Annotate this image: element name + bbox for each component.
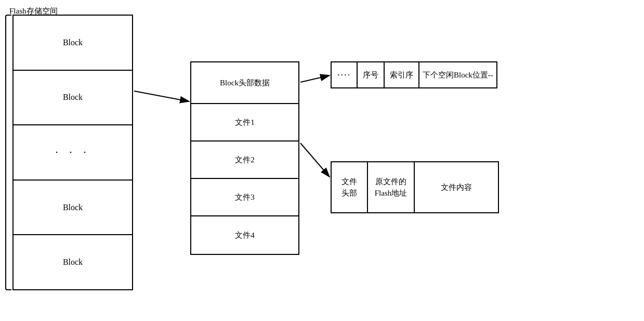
rb-file-header: 文件 头部 [332, 162, 368, 212]
block-cell-1: Block [14, 16, 132, 71]
rb-file-content: 文件内容 [415, 162, 498, 212]
block-cell-2: Block [14, 71, 132, 126]
arrow-header-to-right-top [300, 75, 330, 82]
middle-header-cell: Block头部数据 [191, 62, 298, 104]
rb-flash-addr-line1: 原文件的 [375, 176, 406, 188]
middle-file2-cell: 文件2 [191, 142, 298, 179]
rb-file-header-line2: 头部 [341, 187, 357, 199]
flash-brace [5, 15, 11, 290]
right-bottom-file-detail: 文件 头部 原文件的 Flash地址 文件内容 [331, 161, 499, 213]
left-column: Block Block · · · Block Block [12, 15, 133, 290]
dots-cell: · · · [14, 125, 132, 181]
diagram-container: Flash存储空间 Block Block · · · Block Block … [0, 0, 644, 321]
rt-next-block: 下个空闲Block位置-- [419, 62, 496, 87]
rb-flash-addr-line2: Flash地址 [375, 187, 408, 199]
middle-file3-cell: 文件3 [191, 179, 298, 216]
middle-column: Block头部数据 文件1 文件2 文件3 文件4 [190, 61, 299, 255]
rt-ellipsis: ···· [332, 62, 358, 87]
arrow-left-to-middle [134, 91, 189, 101]
rb-file-header-line1: 文件 [341, 176, 357, 188]
rt-serial: 序号 [358, 62, 385, 87]
arrow-file1-to-right-bottom [300, 143, 330, 177]
block-cell-5: Block [14, 235, 132, 289]
middle-file1-cell: 文件1 [191, 104, 298, 142]
right-top-block-header: ···· 序号 索引序 下个空闲Block位置-- [331, 61, 497, 88]
middle-file4-cell: 文件4 [191, 216, 298, 254]
rt-index: 索引序 [385, 62, 419, 87]
block-cell-4: Block [14, 181, 132, 236]
rb-flash-addr: 原文件的 Flash地址 [368, 162, 415, 212]
